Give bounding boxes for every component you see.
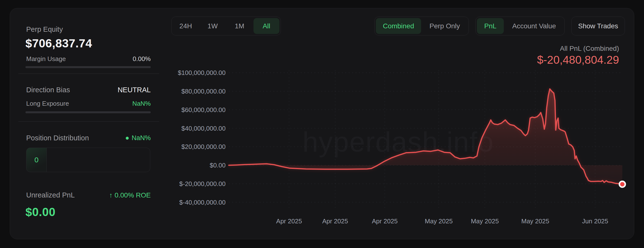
x-tick-label: May 2025 [521, 218, 549, 225]
series-endpoint-marker [619, 181, 625, 187]
x-tick-label: Apr 2025 [276, 218, 302, 225]
y-tick-label: $-20,000,000.00 [179, 180, 226, 187]
x-tick-label: May 2025 [425, 218, 453, 225]
x-tick-label: May 2025 [471, 218, 499, 225]
hyperdash-pnl-dashboard: Perp Equity $706,837.74 Margin Usage 0.0… [0, 0, 644, 248]
y-tick-label: $0.00 [210, 162, 226, 169]
y-tick-label: $20,000,000.00 [181, 143, 226, 150]
x-tick-label: Jun 2025 [582, 218, 608, 225]
y-tick-label: $80,000,000.00 [181, 88, 226, 95]
y-tick-label: $40,000,000.00 [181, 125, 226, 132]
y-tick-label: $100,000,000.00 [178, 69, 226, 76]
x-tick-label: Apr 2025 [322, 218, 348, 225]
pnl-area-fill [229, 89, 622, 184]
pnl-chart[interactable]: $100,000,000.00$80,000,000.00$60,000,000… [0, 0, 644, 248]
y-tick-label: $-40,000,000.00 [179, 199, 226, 206]
x-tick-label: Apr 2025 [372, 218, 398, 225]
y-tick-label: $60,000,000.00 [181, 106, 226, 114]
